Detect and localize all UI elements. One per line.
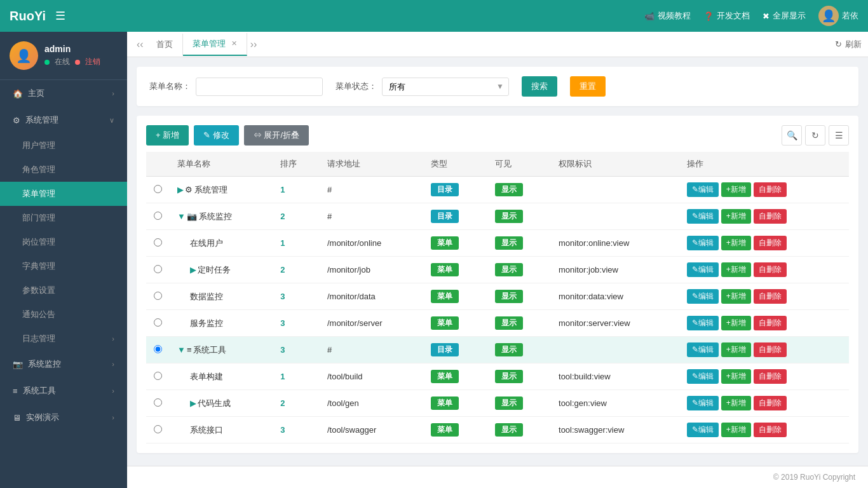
add-action-button[interactable]: +新增 xyxy=(721,423,751,437)
edit-action-button[interactable]: ✎编辑 xyxy=(687,342,719,357)
dev-docs-button[interactable]: ❓ 开发文档 xyxy=(703,10,750,22)
add-action-button[interactable]: +新增 xyxy=(721,396,751,410)
add-action-button[interactable]: +新增 xyxy=(721,289,751,304)
edit-button[interactable]: ✎ 修改 xyxy=(194,125,239,146)
edit-action-button[interactable]: ✎编辑 xyxy=(687,396,719,410)
sidebar-item-dict-manage[interactable]: 字典管理 xyxy=(0,254,127,278)
log-arrow-icon: › xyxy=(112,335,114,342)
sidebar-item-post-manage[interactable]: 岗位管理 xyxy=(0,230,127,254)
tab-prev-button[interactable]: ‹‹ xyxy=(133,36,147,53)
sidebar-item-demo[interactable]: 🖥 实例演示 › xyxy=(0,404,127,431)
video-tutorial-button[interactable]: 📹 视频教程 xyxy=(644,10,691,22)
sidebar-item-user-manage[interactable]: 用户管理 xyxy=(0,133,127,158)
sidebar-item-sys-manage[interactable]: ⚙ 系统管理 ∨ xyxy=(0,107,127,133)
row-radio[interactable] xyxy=(154,345,162,353)
tab-menu-manage[interactable]: 菜单管理 ✕ xyxy=(183,33,247,56)
sidebar-avatar: 👤 xyxy=(10,41,38,70)
sidebar-item-sys-tools[interactable]: ≡ 系统工具 › xyxy=(0,377,127,404)
delete-action-button[interactable]: 自删除 xyxy=(754,423,787,437)
logout-button[interactable]: 注销 xyxy=(85,57,100,67)
row-radio[interactable] xyxy=(154,425,162,433)
delete-action-button[interactable]: 自删除 xyxy=(754,289,787,304)
sidebar-item-dept-manage[interactable]: 部门管理 xyxy=(0,206,127,230)
row-radio[interactable] xyxy=(154,238,162,247)
gear-icon: ⚙ xyxy=(13,116,20,125)
add-action-button[interactable]: +新增 xyxy=(721,316,751,330)
expand-icon[interactable]: ▼ xyxy=(177,212,186,221)
delete-action-button[interactable]: 自删除 xyxy=(754,236,787,250)
order-number: 1 xyxy=(280,238,285,248)
copyright-text: © 2019 RuoYi Copyright xyxy=(773,473,855,482)
user-menu[interactable]: 👤 若依 xyxy=(818,6,858,26)
edit-action-button[interactable]: ✎编辑 xyxy=(687,262,719,277)
refresh-toolbar-button[interactable]: ↻ xyxy=(805,125,825,146)
sidebar-item-home[interactable]: 🏠 主页 › xyxy=(0,80,127,107)
add-action-button[interactable]: +新增 xyxy=(721,262,751,277)
reset-button[interactable]: 重置 xyxy=(570,76,606,97)
row-radio[interactable] xyxy=(154,212,162,220)
demo-icon: 🖥 xyxy=(13,413,21,423)
add-action-button[interactable]: +新增 xyxy=(721,369,751,384)
expand-button[interactable]: ⇔ 展开/折叠 xyxy=(244,125,309,146)
row-radio[interactable] xyxy=(154,185,162,193)
menu-status-select[interactable]: 所有 显示 隐藏 xyxy=(382,78,509,96)
sidebar-item-param-settings[interactable]: 参数设置 xyxy=(0,278,127,302)
row-radio[interactable] xyxy=(154,372,162,380)
type-badge: 菜单 xyxy=(431,236,459,250)
search-toolbar-icon-button[interactable]: 🔍 xyxy=(782,125,802,146)
refresh-button[interactable]: ↻ 刷新 xyxy=(835,39,862,50)
sidebar-item-menu-manage[interactable]: 菜单管理 xyxy=(0,182,127,206)
delete-action-button[interactable]: 自删除 xyxy=(754,316,787,330)
sidebar-item-notice[interactable]: 通知公告 xyxy=(0,302,127,327)
add-action-button[interactable]: +新增 xyxy=(721,209,751,224)
delete-action-button[interactable]: 自删除 xyxy=(754,342,787,357)
edit-action-button[interactable]: ✎编辑 xyxy=(687,316,719,330)
row-radio[interactable] xyxy=(154,292,162,300)
cell-permission: tool:gen:view xyxy=(551,390,679,417)
table-row: ▶⚙系统管理1#目录显示 ✎编辑 +新增 自删除 xyxy=(146,177,849,203)
delete-action-button[interactable]: 自删除 xyxy=(754,209,787,224)
expand-icon[interactable]: ▶ xyxy=(190,265,196,274)
table-head: 菜单名称 排序 请求地址 类型 可见 权限标识 操作 xyxy=(146,152,849,177)
edit-action-button[interactable]: ✎编辑 xyxy=(687,423,719,437)
row-radio[interactable] xyxy=(154,265,162,273)
edit-action-button[interactable]: ✎编辑 xyxy=(687,209,719,224)
edit-action-button[interactable]: ✎编辑 xyxy=(687,289,719,304)
hamburger-button[interactable]: ☰ xyxy=(55,9,65,23)
cell-menu-name: ▶代码生成 xyxy=(170,390,273,417)
type-badge: 目录 xyxy=(431,183,459,196)
menu-table: 菜单名称 排序 请求地址 类型 可见 权限标识 操作 ▶⚙系统管理1#目录显示 … xyxy=(146,152,849,444)
menu-name-input[interactable] xyxy=(196,78,323,96)
expand-icon[interactable]: ▶ xyxy=(177,185,184,194)
cell-type: 目录 xyxy=(423,203,487,230)
edit-action-button[interactable]: ✎编辑 xyxy=(687,236,719,250)
fullscreen-button[interactable]: ✖ 全屏显示 xyxy=(763,10,806,22)
tab-next-button[interactable]: ›› xyxy=(247,36,261,53)
table-row: ▼📷系统监控2#目录显示 ✎编辑 +新增 自删除 xyxy=(146,203,849,230)
columns-toolbar-button[interactable]: ☰ xyxy=(829,125,849,146)
sidebar-item-log-manage[interactable]: 日志管理 › xyxy=(0,327,127,351)
delete-action-button[interactable]: 自删除 xyxy=(754,369,787,384)
tab-close-icon[interactable]: ✕ xyxy=(231,39,237,48)
cell-actions: ✎编辑 +新增 自删除 xyxy=(679,230,849,257)
add-action-button[interactable]: +新增 xyxy=(721,182,751,197)
add-action-button[interactable]: +新增 xyxy=(721,236,751,250)
delete-action-button[interactable]: 自删除 xyxy=(754,396,787,410)
cell-type: 菜单 xyxy=(423,257,487,283)
row-radio[interactable] xyxy=(154,318,162,327)
sidebar-item-sys-monitor[interactable]: 📷 系统监控 › xyxy=(0,351,127,377)
delete-action-button[interactable]: 自删除 xyxy=(754,182,787,197)
edit-action-button[interactable]: ✎编辑 xyxy=(687,182,719,197)
expand-icon[interactable]: ▼ xyxy=(177,345,186,355)
add-button[interactable]: + 新增 xyxy=(146,125,189,146)
sidebar-item-role-manage[interactable]: 角色管理 xyxy=(0,158,127,182)
cell-permission: monitor:data:view xyxy=(551,283,679,310)
expand-icon[interactable]: ▶ xyxy=(190,398,196,408)
search-button[interactable]: 搜索 xyxy=(522,76,557,97)
row-radio[interactable] xyxy=(154,398,162,407)
log-manage-label: 日志管理 xyxy=(22,333,55,344)
delete-action-button[interactable]: 自删除 xyxy=(754,262,787,277)
tab-home[interactable]: 首页 xyxy=(147,34,183,55)
add-action-button[interactable]: +新增 xyxy=(721,342,751,357)
edit-action-button[interactable]: ✎编辑 xyxy=(687,369,719,384)
